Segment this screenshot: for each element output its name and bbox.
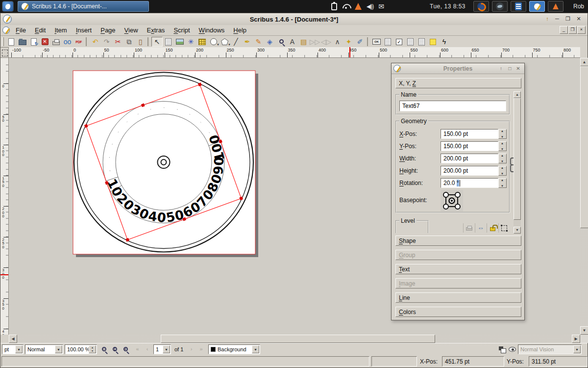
zoom-level-spinbox[interactable]: 100.00 %▲▼ <box>65 344 97 354</box>
close-button[interactable]: ✕ <box>574 15 584 23</box>
redo-button[interactable]: ↷ <box>101 37 112 47</box>
ruler-origin-button[interactable] <box>0 47 9 58</box>
copy-button[interactable]: ⧉ <box>123 37 135 47</box>
section-colors[interactable]: Colors <box>395 307 521 317</box>
previous-page-button[interactable]: ‹ <box>143 345 152 354</box>
height-field[interactable]: 200.00 pt <box>441 166 498 176</box>
preflight-verifier-button[interactable]: oo <box>62 37 73 47</box>
vertical-ruler[interactable]: 05 01 0 01 5 02 0 02 5 03 0 03 5 04 0 0 <box>0 58 9 335</box>
scroll-right-button[interactable]: ▶ <box>572 335 580 343</box>
insert-render-frame-tool[interactable]: ✳ <box>185 37 196 47</box>
pdf-list-box-tool[interactable] <box>416 37 427 47</box>
scroll-down-button[interactable]: ▼ <box>580 326 588 335</box>
pdf-push-button-tool[interactable]: OK <box>371 37 382 47</box>
last-page-button[interactable]: » <box>196 345 206 354</box>
link-text-frames-tool[interactable]: ▷▷ <box>309 37 320 47</box>
edit-contents-tool[interactable]: A <box>287 37 298 47</box>
section-text[interactable]: Text <box>395 264 521 274</box>
pdf-combo-box-tool[interactable] <box>405 37 416 47</box>
palette-scroll-thumb[interactable] <box>514 98 521 220</box>
zoom-in-button[interactable]: + <box>120 345 130 354</box>
close-button[interactable]: ✕ <box>39 37 50 47</box>
next-page-button[interactable]: › <box>187 345 196 354</box>
zoom-100-button[interactable]: 1 <box>109 345 119 354</box>
image-quality-select[interactable]: Normal▼ <box>25 344 63 354</box>
unit-select[interactable]: pt▼ <box>2 344 24 354</box>
section-line[interactable]: Line <box>395 292 521 303</box>
menu-script[interactable]: Script <box>169 26 194 35</box>
insert-table-tool[interactable] <box>196 37 208 47</box>
menu-windows[interactable]: Windows <box>195 26 229 35</box>
pdf-text-field-tool[interactable] <box>382 37 393 47</box>
frame-outline-icon[interactable] <box>498 223 510 233</box>
flip-horizontal-icon[interactable]: ⇔ <box>475 223 486 233</box>
menu-extras[interactable]: Extras <box>143 26 170 35</box>
measurements-tool[interactable]: ∧ <box>332 37 343 47</box>
vlc-icon[interactable] <box>355 3 362 10</box>
palette-shade-button[interactable]: ↑ <box>497 65 505 72</box>
pdf-checkbox-tool[interactable]: ✓ <box>393 37 405 47</box>
basepoint-selector[interactable] <box>441 190 463 211</box>
taskbar-window-button[interactable]: Scribus 1.4.6 - [Document-... <box>18 1 149 12</box>
select-item-tool[interactable]: ↖ <box>151 37 163 47</box>
rollup-button[interactable]: ↑ <box>542 15 552 23</box>
section-shape[interactable]: Shape <box>395 236 521 246</box>
layer-indicator-icon[interactable] <box>497 345 507 354</box>
mdi-close-button[interactable]: × <box>577 26 586 34</box>
export-pdf-button[interactable]: PDF <box>73 37 84 47</box>
page-number-select[interactable]: 1▼ <box>153 344 171 354</box>
rotation-spinner[interactable] <box>498 178 507 188</box>
properties-palette[interactable]: Properties ↑ □ ✕ X, Y, Z Name Text67 Geo… <box>391 63 525 320</box>
printing-disabled-icon[interactable] <box>463 223 474 233</box>
width-field[interactable]: 200.00 pt <box>441 154 498 163</box>
menu-item[interactable]: Item <box>50 26 71 35</box>
insert-text-frame-tool[interactable] <box>163 37 174 47</box>
preview-eye-icon[interactable] <box>507 345 517 354</box>
document-window-icon[interactable] <box>2 26 10 34</box>
zoom-out-button[interactable]: − <box>98 345 108 354</box>
palette-maximize-button[interactable]: □ <box>506 65 514 72</box>
height-spinner[interactable] <box>498 166 507 176</box>
scroll-up-button[interactable]: ▲ <box>580 58 588 66</box>
mdi-restore-button[interactable]: ❐ <box>568 26 577 34</box>
palette-scrollbar[interactable]: ▲ ▼ <box>514 91 521 234</box>
palette-close-button[interactable]: ✕ <box>514 65 522 72</box>
mdi-minimize-button[interactable]: _ <box>560 26 568 34</box>
rotate-item-tool[interactable]: ◈ <box>264 37 275 47</box>
horizontal-scrollbar[interactable]: ◀ ▶ <box>9 335 580 343</box>
palette-scroll-up-button[interactable]: ▲ <box>514 91 521 98</box>
menu-page[interactable]: Page <box>96 26 120 35</box>
vertical-scrollbar[interactable]: ▲ ▼ <box>580 58 588 335</box>
menu-help[interactable]: Help <box>229 26 251 35</box>
pdf-text-annotation-tool[interactable] <box>427 37 439 47</box>
vision-defect-select[interactable]: Normal Vision▼ <box>518 344 582 354</box>
tab-xyz[interactable]: X, Y, Z <box>395 78 521 88</box>
item-name-input[interactable]: Text67 <box>399 101 506 111</box>
xpos-spinner[interactable] <box>498 129 507 139</box>
save-button[interactable]: ↻ <box>28 37 39 47</box>
insert-bezier-tool[interactable]: ✒ <box>242 37 253 47</box>
ypos-spinner[interactable] <box>498 141 507 151</box>
open-button[interactable] <box>17 37 28 47</box>
launcher-firefox[interactable] <box>473 1 489 12</box>
pdf-link-annotation-tool[interactable]: ϟ <box>439 37 450 47</box>
menu-edit[interactable]: Edit <box>30 26 50 35</box>
cut-button[interactable]: ✂ <box>112 37 123 47</box>
launcher-text-editor[interactable] <box>511 1 526 12</box>
unlink-text-frames-tool[interactable]: ◁▷ <box>320 37 332 47</box>
print-button[interactable] <box>50 37 62 47</box>
insert-shape-tool[interactable]: ▼ <box>208 37 219 47</box>
insert-image-frame-tool[interactable] <box>174 37 185 47</box>
clipboard-icon[interactable] <box>331 3 337 10</box>
launcher-scribus[interactable] <box>529 1 545 12</box>
window-titlebar[interactable]: Scribus 1.4.6 - [Document-3*] ↑ ─ ❐ ✕ <box>0 13 588 25</box>
wifi-icon[interactable] <box>342 4 350 9</box>
eyedropper-tool[interactable]: ✐ <box>354 37 366 47</box>
app-menu-icon[interactable] <box>2 1 14 12</box>
insert-freehand-tool[interactable]: ✎ <box>253 37 264 47</box>
menu-file[interactable]: File <box>11 26 30 35</box>
new-document-button[interactable] <box>5 37 17 47</box>
vertical-scroll-thumb[interactable] <box>580 66 588 228</box>
horizontal-scroll-thumb[interactable] <box>161 335 435 343</box>
mail-icon[interactable]: ✉ <box>378 2 384 10</box>
